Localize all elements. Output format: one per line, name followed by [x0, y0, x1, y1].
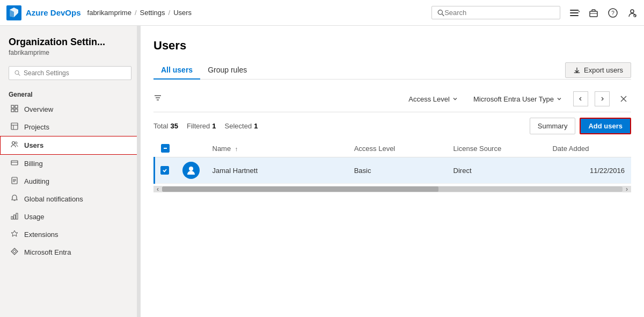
tab-actions: Export users	[565, 62, 631, 78]
breadcrumb-users[interactable]: Users	[173, 9, 192, 17]
checklist-icon-btn[interactable]	[569, 8, 580, 18]
briefcase-icon-btn[interactable]	[588, 8, 599, 18]
breadcrumb-sep2: /	[169, 9, 171, 17]
row-checkbox[interactable]	[160, 166, 169, 175]
svg-line-6	[579, 11, 580, 13]
sidebar-org-subtitle: fabrikamprime	[9, 49, 131, 56]
entra-user-type-label: Microsoft Entra User Type	[473, 95, 554, 103]
filter-bar: Access Level Microsoft Entra User Type	[153, 86, 631, 112]
tab-group-rules[interactable]: Group rules	[200, 61, 254, 80]
svg-point-11	[631, 10, 634, 13]
scroll-right-arrow[interactable]: ›	[623, 186, 631, 192]
select-all-checkbox[interactable]	[161, 144, 170, 153]
col-header-name[interactable]: Name ↑	[206, 140, 348, 157]
sidebar-item-extensions[interactable]: Extensions	[0, 226, 140, 243]
sidebar-search-input[interactable]	[24, 69, 126, 77]
add-users-button[interactable]: Add users	[580, 118, 631, 134]
usage-icon	[10, 212, 19, 221]
filter-next-button[interactable]	[595, 91, 610, 106]
sidebar-item-overview[interactable]: Overview	[0, 100, 140, 118]
sidebar-item-microsoft-entra[interactable]: Microsoft Entra	[0, 243, 140, 261]
svg-rect-21	[11, 109, 14, 112]
projects-icon	[10, 123, 19, 132]
user-settings-icon	[627, 8, 638, 18]
sidebar-org-title: Organization Settin...	[9, 37, 131, 48]
search-icon	[437, 9, 444, 17]
sidebar-item-label-auditing: Auditing	[24, 177, 49, 185]
help-icon-btn[interactable]: ?	[608, 8, 618, 18]
global-search-box[interactable]	[431, 6, 560, 19]
briefcase-icon	[588, 8, 599, 18]
total-label: Total	[153, 122, 168, 130]
app-name: Azure DevOps	[26, 8, 81, 17]
chevron-left-icon	[578, 96, 583, 102]
user-avatar-icon	[186, 165, 196, 175]
filter-icon-btn[interactable]	[153, 93, 162, 104]
global-search-input[interactable]	[444, 9, 554, 17]
sidebar-search-box[interactable]	[9, 66, 131, 80]
breadcrumb-sep1: /	[135, 9, 137, 17]
svg-line-18	[18, 74, 20, 76]
overview-icon	[10, 105, 19, 114]
access-level-label: Access Level	[408, 95, 450, 103]
sidebar-item-users[interactable]: Users	[0, 136, 140, 155]
sidebar-item-projects[interactable]: Projects	[0, 118, 140, 136]
sidebar-item-label-extensions: Extensions	[24, 230, 58, 239]
filtered-value: 1	[212, 122, 216, 130]
users-icon	[10, 141, 19, 150]
table-row[interactable]: Jamal Hartnett Basic Direct 11/22/2016	[155, 157, 632, 184]
users-table-container: Name ↑ Access Level License Source Date …	[153, 140, 631, 192]
tab-bar: All users Group rules Export users	[153, 61, 631, 80]
table-scrollbar[interactable]: ‹ ›	[153, 186, 631, 192]
scroll-left-arrow[interactable]: ‹	[153, 186, 162, 192]
summary-button[interactable]: Summary	[530, 118, 576, 134]
svg-rect-19	[11, 105, 14, 108]
checklist-icon	[569, 8, 580, 18]
user-settings-icon-btn[interactable]	[627, 8, 638, 18]
page-title: Users	[153, 39, 631, 53]
table-body: Jamal Hartnett Basic Direct 11/22/2016	[155, 157, 632, 184]
col-header-access-level[interactable]: Access Level	[348, 140, 447, 157]
billing-icon	[10, 159, 19, 168]
chevron-down-icon-2	[556, 96, 562, 102]
tab-all-users[interactable]: All users	[153, 61, 200, 80]
sidebar-item-usage[interactable]: Usage	[0, 208, 140, 226]
col-name-label: Name	[213, 145, 231, 153]
sidebar-section-general: General	[0, 85, 140, 100]
stats-actions: Summary Add users	[530, 118, 631, 134]
row-avatar-cell	[176, 157, 206, 184]
entra-user-type-filter[interactable]: Microsoft Entra User Type	[469, 93, 567, 105]
download-icon	[573, 67, 581, 74]
col-header-checkbox	[155, 140, 176, 157]
breadcrumb-settings[interactable]: Settings	[140, 9, 165, 17]
col-header-license-source[interactable]: License Source	[447, 140, 546, 157]
breadcrumb-org[interactable]: fabrikamprime	[87, 9, 131, 17]
export-users-button[interactable]: Export users	[565, 62, 631, 78]
scrollbar-thumb[interactable]	[162, 186, 438, 192]
access-level-filter[interactable]: Access Level	[404, 93, 463, 105]
filter-clear-button[interactable]	[616, 91, 631, 106]
sidebar-search-icon	[14, 70, 20, 76]
chevron-right-icon	[599, 96, 605, 102]
filtered-label: Filtered	[187, 122, 210, 130]
nav-logo[interactable]: Azure DevOps	[6, 5, 81, 20]
top-nav: Azure DevOps fabrikamprime / Settings / …	[0, 0, 644, 26]
svg-point-45	[189, 167, 193, 171]
sort-asc-icon: ↑	[235, 146, 238, 152]
col-header-date-added[interactable]: Date Added	[546, 140, 631, 157]
avatar	[182, 162, 200, 179]
scrollbar-track	[162, 186, 623, 192]
help-icon: ?	[608, 8, 618, 18]
sidebar-item-auditing[interactable]: Auditing	[0, 172, 140, 190]
sidebar-item-billing[interactable]: Billing	[0, 155, 140, 172]
sidebar-item-label-microsoft-entra: Microsoft Entra	[24, 248, 71, 256]
microsoft-entra-icon	[10, 248, 19, 257]
filter-prev-button[interactable]	[573, 91, 588, 106]
close-icon	[620, 95, 627, 103]
sidebar-item-global-notifications[interactable]: Global notifications	[0, 190, 140, 208]
row-checkbox-cell	[155, 157, 176, 184]
sidebar-item-label-global-notifications: Global notifications	[24, 195, 83, 203]
stat-filtered: Filtered 1	[187, 122, 216, 130]
svg-point-26	[12, 142, 15, 145]
sidebar-scroll-track	[137, 26, 140, 317]
